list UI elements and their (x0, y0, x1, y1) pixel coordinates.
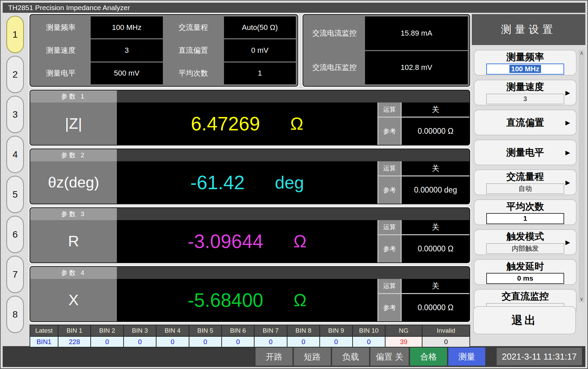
exit-button[interactable]: 退出 (473, 306, 576, 334)
page-tab-5[interactable]: 5 (6, 176, 24, 213)
parameter-panel-header: 参数 4 (30, 267, 469, 279)
operation-label: 运算 (378, 161, 401, 175)
statusbar-button[interactable]: 负载 (332, 347, 369, 366)
bin-value-cell: 0 (255, 337, 286, 347)
menu-title: 测量设置 (472, 14, 585, 45)
bin-value-cell: 0 (124, 337, 156, 347)
parameter-panel-header: 参数 3 (30, 208, 469, 220)
menu-button-input-selected[interactable]: 测量频率100 MHz (474, 50, 577, 76)
parameter-value: 6.47269 (191, 113, 260, 135)
operation-value: 关 (402, 279, 469, 293)
reference-label: 参考 (378, 294, 401, 321)
menu-value-input[interactable]: 0 ms (486, 273, 564, 284)
bin-value-cell: 0 (422, 337, 469, 347)
parameter-panel-1: 参数 1|Z|6.47269Ω运算关参考0.00000 Ω (30, 90, 470, 146)
menu-button-label: 触发延时 (506, 261, 544, 272)
main-area: 测量频率100 MHz交流量程Auto(50 Ω)测量速度3直流偏置0 mV测量… (28, 13, 470, 346)
menu-button-subvalue[interactable]: 自动 (486, 183, 564, 194)
bin-value-cell: 0 (156, 337, 188, 347)
parameter-value: -5.68400 (188, 289, 263, 311)
menu-scrollbar[interactable]: ∧ ∨ (579, 50, 585, 302)
page-tab-3[interactable]: 3 (6, 96, 24, 133)
parameter-value: -61.42 (190, 171, 245, 194)
statusbar-button[interactable]: 测量 (448, 347, 485, 366)
submenu-arrow-icon: ► (564, 148, 572, 157)
page-tab-7[interactable]: 7 (6, 256, 24, 293)
bin-header-cell: BIN 8 (287, 325, 319, 336)
submenu-arrow-icon: ► (564, 88, 572, 97)
bin-value-cell: 0 (353, 337, 385, 347)
window-title: TH2851 Precision Impedance Analyzer (3, 3, 585, 13)
menu-button-subvalue[interactable]: 内部触发 (486, 243, 564, 254)
page-tab-8[interactable]: 8 (6, 296, 24, 333)
operation-value: 关 (402, 220, 469, 234)
menu-button-plain[interactable]: 直流偏置► (474, 110, 577, 135)
parameter-panel-3: 参数 3R-3.09644Ω运算关参考0.00000 Ω (30, 207, 470, 263)
page-tab-4[interactable]: 4 (6, 136, 24, 173)
parameter-tab-label: 参数 1 (30, 90, 117, 102)
parameter-ops: 运算关参考0.00000 Ω (377, 279, 469, 321)
parameter-ops: 运算关参考0.00000 Ω (377, 220, 469, 262)
bin-value-cell: 0 (222, 337, 254, 347)
parameter-unit: Ω (293, 231, 307, 251)
bin-header-cell: BIN 7 (255, 325, 286, 336)
status-buttons: 开路短路负载偏置 关合格测量 (256, 347, 485, 366)
menu-button-sub[interactable]: 触发模式内部触发► (474, 229, 577, 255)
operation-label: 运算 (378, 279, 401, 293)
reference-value: 0.00000 Ω (402, 294, 469, 321)
parameter-value-area: -3.09644Ω (117, 220, 377, 262)
bin-value-cell: 0 (287, 337, 319, 347)
parameter-name: R (30, 220, 117, 262)
parameter-value-area: -5.68400Ω (117, 279, 377, 321)
menu-button-sub[interactable]: 交流量程自动► (474, 169, 577, 195)
parameter-tab-label: 参数 2 (30, 149, 117, 161)
body: 12345678 测量频率100 MHz交流量程Auto(50 Ω)测量速度3直… (3, 13, 585, 346)
menu-value-input[interactable]: 1 (486, 213, 564, 224)
reference-label: 参考 (378, 235, 401, 262)
bin-count-table: LatestBIN 1BIN 2BIN 3BIN 4BIN 5BIN 6BIN … (30, 325, 470, 347)
bin-header-cell: BIN 5 (189, 325, 221, 336)
parameter-name: |Z| (30, 102, 117, 145)
parameter-panel-2: 参数 2θz(deg)-61.42deg运算关参考0.00000 deg (30, 149, 470, 204)
bin-header-cell: Latest (30, 325, 58, 336)
parameter-value-area: 6.47269Ω (117, 102, 377, 145)
menu-button-input[interactable]: 平均次数1 (474, 199, 577, 225)
scroll-up-icon[interactable]: ∧ (580, 50, 584, 56)
bin-header-cell: NG (386, 325, 422, 336)
menu-button-label: 交直流监控 (502, 291, 549, 302)
bin-value-cell: 0 (91, 337, 123, 347)
menu-button-label: 测量电平 (506, 147, 544, 158)
menu-value-input[interactable]: 100 MHz (486, 64, 564, 75)
parameter-panel-header: 参数 1 (30, 90, 469, 102)
parameter-panel-body: X-5.68400Ω运算关参考0.00000 Ω (30, 279, 469, 321)
reference-value: 0.00000 Ω (402, 118, 469, 145)
setting-label: 直流偏置 (164, 39, 223, 61)
setting-label: 测量速度 (32, 39, 90, 61)
statusbar-button[interactable]: 开路 (256, 347, 292, 366)
statusbar-button[interactable]: 短路 (294, 347, 331, 366)
setting-value: 100 MHz (91, 16, 163, 38)
page-tab-6[interactable]: 6 (6, 216, 24, 253)
menu-button-subvalue[interactable]: 3 (486, 94, 564, 104)
menu-button-label: 平均次数 (506, 201, 544, 212)
menu-button-sub[interactable]: 测量速度3► (474, 80, 577, 106)
scroll-down-icon[interactable]: ∨ (580, 296, 584, 302)
bin-header-cell: BIN 9 (320, 325, 352, 336)
menu-items: 测量频率100 MHz测量速度3►直流偏置►测量电平►交流量程自动►平均次数1触… (472, 45, 585, 315)
setting-value: 500 mV (91, 63, 163, 84)
statusbar-button[interactable]: 偏置 关 (370, 347, 409, 366)
monitor-value: 15.89 mA (365, 16, 468, 50)
parameter-value: -3.09644 (188, 230, 263, 252)
setting-value: Auto(50 Ω) (224, 16, 296, 38)
bin-header-cell: Invalid (422, 325, 469, 336)
menu-button-plain[interactable]: 测量电平► (474, 139, 577, 165)
menu-button-label: 直流偏置 (506, 117, 544, 128)
parameter-ops: 运算关参考0.00000 Ω (377, 102, 469, 145)
operation-value: 关 (402, 102, 469, 117)
page-tab-2[interactable]: 2 (6, 56, 24, 93)
app-window: TH2851 Precision Impedance Analyzer 1234… (0, 0, 588, 369)
page-tab-1[interactable]: 1 (6, 16, 24, 53)
menu-button-input[interactable]: 触发延时0 ms (474, 259, 577, 285)
reference-label: 参考 (378, 176, 401, 204)
bin-value-cell: 0 (189, 337, 221, 347)
